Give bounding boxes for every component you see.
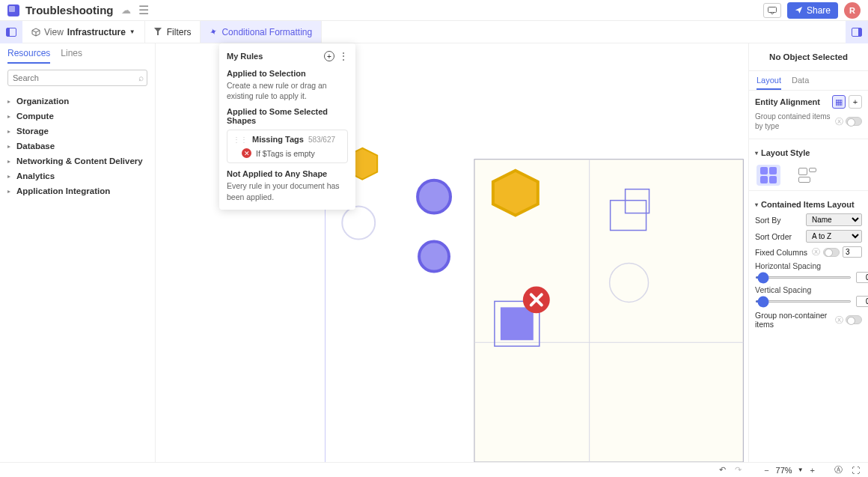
toggle-right-panel-button[interactable] xyxy=(846,21,868,43)
add-rule-button[interactable]: + xyxy=(324,51,334,61)
search-icon[interactable]: ⌕ xyxy=(138,73,144,83)
caret-right-icon: ▸ xyxy=(7,98,13,105)
svg-marker-9 xyxy=(493,171,538,216)
cf-rule-card[interactable]: ⋮⋮ Missing Tags 583/627 ✕ If $Tags is em… xyxy=(227,130,348,163)
layout-nested-option[interactable] xyxy=(795,165,819,186)
tab-layout[interactable]: Layout xyxy=(757,76,781,90)
cf-rule-name: Missing Tags xyxy=(252,135,304,144)
contained-layout-section[interactable]: ▾Contained Items Layout xyxy=(755,200,862,209)
cloud-sync-icon[interactable]: ☁ xyxy=(121,4,131,16)
cf-section-desc: Create a new rule or drag an existing ru… xyxy=(227,80,348,101)
search-box: ⌕ xyxy=(7,70,147,86)
caret-right-icon: ▸ xyxy=(7,173,13,180)
more-icon[interactable]: ⋮ xyxy=(339,51,348,61)
user-avatar[interactable]: R xyxy=(844,2,861,19)
app-logo-icon xyxy=(7,4,19,16)
tree-item[interactable]: ▸Compute xyxy=(4,109,150,124)
svg-point-5 xyxy=(419,242,449,272)
tree-item[interactable]: ▸Networking & Content Delivery xyxy=(4,154,150,168)
panel-right-icon xyxy=(852,28,862,37)
align-add-button[interactable]: + xyxy=(849,95,862,109)
hspacing-slider[interactable] xyxy=(755,276,852,279)
fixed-columns-input[interactable] xyxy=(843,246,862,258)
svg-rect-0 xyxy=(768,7,776,12)
cf-section-desc: Every rule in your document has been app… xyxy=(227,180,348,201)
hamburger-icon[interactable]: ☰ xyxy=(138,3,149,17)
tree-item[interactable]: ▸Storage xyxy=(4,124,150,139)
filters-button[interactable]: Filters xyxy=(145,21,201,43)
zoom-level[interactable]: 77%▼ xyxy=(776,466,804,475)
filters-label: Filters xyxy=(167,27,192,37)
hspacing-label: Horizontal Spacing xyxy=(755,261,862,270)
error-icon: ✕ xyxy=(242,148,251,158)
align-grid-button[interactable]: ▦ xyxy=(832,95,846,109)
toolbar: View Infrastructure ▼ Filters ✦ Conditio… xyxy=(0,21,868,43)
document-title: Troubleshooting xyxy=(25,4,114,16)
caret-down-icon: ▾ xyxy=(755,201,758,208)
share-button[interactable]: Share xyxy=(787,2,838,19)
left-panel: Resources Lines ⌕ ▸Organization ▸Compute… xyxy=(0,43,156,462)
panel-left-icon xyxy=(6,28,16,37)
tree-item[interactable]: ▸Organization xyxy=(4,94,150,109)
layout-style-section[interactable]: ▾Layout Style xyxy=(755,148,862,157)
zoom-in-button[interactable]: + xyxy=(808,466,817,475)
toggle-left-panel-button[interactable] xyxy=(0,21,22,43)
fixed-columns-label: Fixed Columns xyxy=(755,248,807,257)
accessibility-button[interactable]: Ⓐ xyxy=(832,464,845,476)
wand-icon: ✦ xyxy=(208,25,218,38)
right-panel: No Object Selected Layout Data Entity Al… xyxy=(748,43,868,462)
svg-point-3 xyxy=(342,207,375,240)
paper-plane-icon xyxy=(795,6,803,14)
vspacing-input[interactable] xyxy=(856,296,868,307)
hspacing-input[interactable] xyxy=(856,272,868,283)
tree-item[interactable]: ▸Application Integration xyxy=(4,183,150,198)
chevron-down-icon: ▼ xyxy=(798,467,804,473)
tab-data[interactable]: Data xyxy=(792,76,809,90)
no-selection-label: No Object Selected xyxy=(749,43,868,71)
footer-bar: ↶ ↷ − 77%▼ + Ⓐ ⛶ xyxy=(0,462,868,477)
layout-grid-option[interactable] xyxy=(757,165,780,186)
cf-section-title: Applied to Some Selected Shapes xyxy=(227,107,348,125)
cf-section-title: Not Applied to Any Shape xyxy=(227,169,348,178)
share-label: Share xyxy=(807,5,831,16)
fullscreen-button[interactable]: ⛶ xyxy=(849,466,862,475)
present-button[interactable] xyxy=(763,3,781,18)
caret-right-icon: ▸ xyxy=(7,143,13,150)
fixed-columns-toggle[interactable] xyxy=(823,248,840,257)
clear-icon[interactable]: ⓧ xyxy=(835,116,843,127)
zoom-out-button[interactable]: − xyxy=(762,466,771,475)
caret-right-icon: ▸ xyxy=(7,188,13,195)
tab-resources[interactable]: Resources xyxy=(7,48,50,64)
clear-icon[interactable]: ⓧ xyxy=(835,315,843,326)
cond-label: Conditional Formatting xyxy=(221,27,312,37)
tab-lines[interactable]: Lines xyxy=(61,48,82,64)
caret-right-icon: ▸ xyxy=(7,128,13,135)
undo-button[interactable]: ↶ xyxy=(717,465,728,475)
view-selector[interactable]: View Infrastructure ▼ xyxy=(22,21,145,43)
caret-down-icon: ▾ xyxy=(755,150,758,157)
caret-right-icon: ▸ xyxy=(7,158,13,165)
clear-icon[interactable]: ⓧ xyxy=(812,246,820,258)
drag-handle-icon[interactable]: ⋮⋮ xyxy=(233,136,248,144)
search-input[interactable] xyxy=(7,70,147,86)
svg-point-4 xyxy=(418,180,450,213)
funnel-icon xyxy=(154,28,162,36)
sort-order-label: Sort Order xyxy=(755,232,792,241)
cf-rule-condition: If $Tags is empty xyxy=(256,149,315,158)
svg-rect-14 xyxy=(501,307,534,340)
group-by-type-toggle[interactable] xyxy=(846,117,862,126)
cf-rule-count: 583/627 xyxy=(308,136,335,144)
sort-by-select[interactable]: Name xyxy=(806,213,862,226)
view-value: Infrastructure xyxy=(67,27,126,37)
vspacing-slider[interactable] xyxy=(755,300,852,303)
group-nc-toggle[interactable] xyxy=(846,315,862,324)
right-panel-tabs: Layout Data xyxy=(749,71,868,91)
left-panel-tabs: Resources Lines xyxy=(0,43,155,64)
view-label: View xyxy=(44,27,64,37)
conditional-formatting-button[interactable]: ✦ Conditional Formatting xyxy=(201,21,322,43)
caret-right-icon: ▸ xyxy=(7,113,13,120)
sort-order-select[interactable]: A to Z xyxy=(806,230,862,243)
redo-button[interactable]: ↷ xyxy=(733,465,744,475)
tree-item[interactable]: ▸Database xyxy=(4,139,150,154)
tree-item[interactable]: ▸Analytics xyxy=(4,168,150,183)
